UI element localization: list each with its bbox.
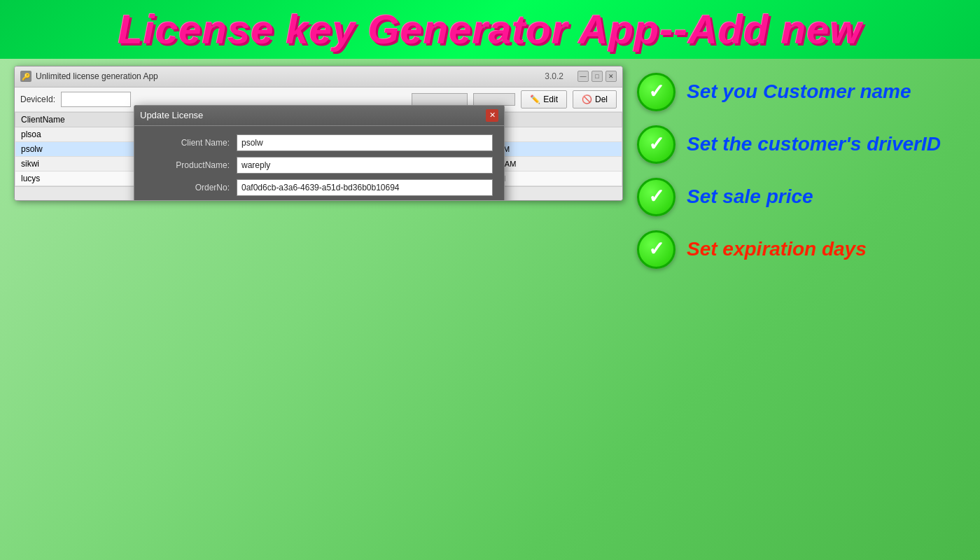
- product-name-label: ProductName:: [146, 160, 237, 170]
- check-circle-1: ✓: [637, 73, 676, 111]
- app-version: 3.0.2: [545, 71, 564, 81]
- close-button[interactable]: ✕: [606, 71, 617, 82]
- modal-close-button[interactable]: ✕: [486, 109, 498, 122]
- client-name-row: Client Name:: [146, 134, 493, 151]
- feature-text-3: Set sale price: [687, 186, 813, 208]
- header: License key Generator App--Add new: [0, 0, 980, 59]
- toolbar-scrollbar[interactable]: [412, 93, 468, 106]
- client-name-input[interactable]: [237, 134, 493, 151]
- edit-icon: ✏️: [530, 94, 540, 104]
- order-no-row: OrderNo:: [146, 179, 493, 196]
- check-circle-4: ✓: [637, 230, 676, 269]
- feature-text-1: Set you Customer name: [687, 80, 911, 103]
- product-name-input[interactable]: [237, 157, 493, 174]
- feature-customer-name: ✓ Set you Customer name: [637, 73, 966, 111]
- checkmark-2: ✓: [648, 134, 664, 154]
- feature-text-4: Set expiration days: [687, 238, 867, 260]
- app-window-container: 🔑 Unlimited license generation App 3.0.2…: [14, 66, 623, 546]
- device-id-label: DeviceId:: [20, 94, 55, 104]
- app-window: 🔑 Unlimited license generation App 3.0.2…: [14, 66, 623, 201]
- check-circle-3: ✓: [637, 178, 676, 216]
- modal-title-bar: Update License ✕: [134, 106, 504, 126]
- del-button[interactable]: 🚫 Del: [573, 90, 617, 108]
- app-title: Unlimited license generation App: [36, 71, 545, 81]
- main-content: 🔑 Unlimited license generation App 3.0.2…: [0, 59, 980, 560]
- checkmark-1: ✓: [648, 82, 664, 102]
- client-name-label: Client Name:: [146, 138, 237, 148]
- feature-sale-price: ✓ Set sale price: [637, 178, 966, 216]
- feature-driver-id: ✓ Set the customer's driverID: [637, 125, 966, 164]
- checkmark-4: ✓: [648, 239, 664, 259]
- feature-expiration: ✓ Set expiration days: [637, 230, 966, 269]
- header-title: License key Generator App--Add new: [14, 7, 966, 52]
- product-name-row: ProductName:: [146, 157, 493, 174]
- modal-dialog: Update License ✕ Client Name: ProductNam…: [134, 105, 505, 201]
- check-circle-2: ✓: [637, 125, 676, 164]
- app-icon: 🔑: [20, 71, 31, 82]
- title-bar: 🔑 Unlimited license generation App 3.0.2…: [15, 66, 622, 88]
- del-icon: 🚫: [582, 94, 592, 104]
- minimize-button[interactable]: —: [578, 71, 589, 82]
- toolbar-scrollbar2[interactable]: [473, 93, 515, 106]
- feature-text-2: Set the customer's driverID: [687, 133, 941, 155]
- right-panel: ✓ Set you Customer name ✓ Set the custom…: [637, 66, 966, 546]
- modal-title: Update License: [140, 110, 203, 120]
- checkmark-3: ✓: [648, 187, 664, 206]
- modal-body: Client Name: ProductName: OrderNo:: [134, 126, 504, 201]
- maximize-button[interactable]: □: [592, 71, 603, 82]
- order-no-input[interactable]: [237, 179, 493, 196]
- window-controls: — □ ✕: [578, 71, 617, 82]
- edit-button[interactable]: ✏️ Edit: [521, 90, 567, 108]
- order-no-label: OrderNo:: [146, 183, 237, 192]
- device-id-input[interactable]: [61, 92, 131, 107]
- content-area: ClientName Product plsoa wareply psolw: [15, 112, 622, 200]
